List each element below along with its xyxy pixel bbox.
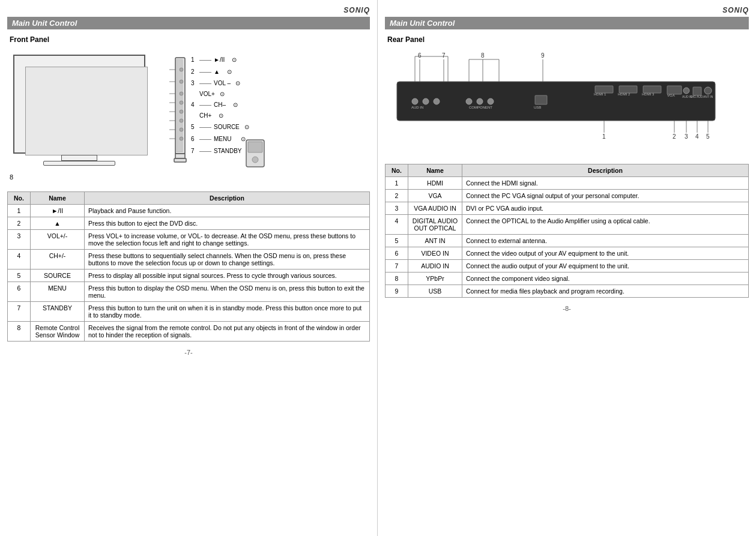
svg-point-8 <box>180 110 183 113</box>
table-row: 5ANT INConnect to external antenna. <box>386 235 749 247</box>
table-cell-name: CH+/- <box>31 250 85 270</box>
table-header-desc: Description <box>85 192 370 205</box>
table-cell-no: 6 <box>8 282 31 302</box>
table-cell-no: 4 <box>386 215 408 235</box>
table-cell-desc: Press this button to eject the DVD disc. <box>85 217 370 230</box>
brand-right: SONIQ <box>385 6 749 14</box>
svg-text:8: 8 <box>481 52 485 59</box>
front-panel-table: No. Name Description 1►/IIPlayback and P… <box>7 191 370 342</box>
svg-text:6: 6 <box>418 52 422 59</box>
svg-point-42 <box>466 98 472 104</box>
table-cell-name: DIGITAL AUDIO OUT OPTICAL <box>408 215 462 235</box>
table-row: 3VGA AUDIO INDVI or PC VGA audio input. <box>386 202 749 215</box>
svg-text:HDMI 2: HDMI 2 <box>618 92 631 96</box>
svg-point-9 <box>180 119 183 122</box>
table-row: 8YPbPrConnect the component video signal… <box>386 273 749 285</box>
left-page: SONIQ Main Unit Control Front Panel 8 <box>0 0 378 536</box>
table-row: 4CH+/-Press these buttons to sequentiall… <box>8 250 370 270</box>
table-cell-no: 4 <box>8 250 31 270</box>
svg-point-56 <box>683 88 689 94</box>
svg-point-40 <box>434 98 440 104</box>
table-cell-no: 2 <box>386 190 408 202</box>
rear-table-header-name: Name <box>408 164 462 177</box>
table-cell-name: Remote Control Sensor Window <box>31 322 85 342</box>
svg-rect-2 <box>175 154 185 158</box>
table-cell-no: 7 <box>8 302 31 322</box>
svg-point-22 <box>252 157 258 163</box>
table-cell-desc: Connect the HDMI signal. <box>462 177 749 190</box>
svg-point-7 <box>180 101 183 104</box>
table-cell-desc: DVI or PC VGA audio input. <box>462 202 749 215</box>
table-cell-name: ▲ <box>31 217 85 230</box>
tv-number-8: 8 <box>10 173 13 181</box>
svg-text:USB: USB <box>534 106 541 109</box>
table-cell-name: SOURCE <box>31 270 85 282</box>
tv-illustration: 8 <box>7 49 163 181</box>
table-cell-name: STANDBY <box>31 302 85 322</box>
table-cell-desc: Connect the audio output of your AV equi… <box>462 260 749 273</box>
brand-left: SONIQ <box>7 6 370 14</box>
svg-point-44 <box>488 98 494 104</box>
svg-rect-58 <box>693 87 701 95</box>
tv-screen <box>25 67 148 155</box>
label-row-4b: CH+ ⊙ <box>199 110 252 121</box>
table-row: 8Remote Control Sensor WindowReceives th… <box>8 322 370 342</box>
rear-panel-svg: 6 7 8 9 AUD IN <box>385 49 733 157</box>
tv-outline <box>13 55 145 154</box>
table-row: 1►/IIPlayback and Pause function. <box>8 205 370 217</box>
svg-point-39 <box>423 98 429 104</box>
section-title-left: Main Unit Control <box>7 17 370 29</box>
svg-text:1: 1 <box>602 133 606 140</box>
table-cell-no: 2 <box>8 217 31 230</box>
table-row: 4DIGITAL AUDIO OUT OPTICALConnect the OP… <box>386 215 749 235</box>
table-row: 6VIDEO INConnect the video output of you… <box>386 247 749 260</box>
svg-point-5 <box>180 80 183 83</box>
table-cell-name: YPbPr <box>408 273 462 285</box>
table-header-name: Name <box>31 192 85 205</box>
table-cell-desc: Connect for media files playback and pro… <box>462 285 749 298</box>
svg-rect-3 <box>174 158 186 162</box>
table-cell-name: VOL+/- <box>31 230 85 250</box>
svg-text:3: 3 <box>685 133 688 140</box>
svg-text:9: 9 <box>541 52 545 59</box>
table-cell-name: USB <box>408 285 462 298</box>
label-row-1: 1 —— ►/II ⊙ <box>191 53 252 65</box>
table-cell-desc: Press to display all possible input sign… <box>85 270 370 282</box>
table-cell-no: 3 <box>386 202 408 215</box>
svg-text:5: 5 <box>706 133 710 140</box>
tv-base <box>43 161 115 166</box>
table-cell-no: 7 <box>386 260 408 273</box>
svg-point-4 <box>180 68 183 71</box>
svg-text:HDMI 3: HDMI 3 <box>642 92 655 96</box>
svg-rect-21 <box>248 142 262 152</box>
table-cell-desc: Press this button to turn the unit on wh… <box>85 302 370 322</box>
label-row-4a: 4 —— CH– ⊙ <box>191 99 252 110</box>
label-row-3b: VOL+ ⊙ <box>199 88 252 99</box>
table-cell-desc: Connect the PC VGA signal output of your… <box>462 190 749 202</box>
table-row: 7STANDBYPress this button to turn the un… <box>8 302 370 322</box>
front-panel-label: Front Panel <box>10 35 370 44</box>
front-panel-diagram: 8 <box>7 49 370 182</box>
table-cell-name: VIDEO IN <box>408 247 462 260</box>
table-cell-desc: Connect the OPTICAL to the Audio Amplifi… <box>462 215 749 235</box>
rear-panel-diagram: 6 7 8 9 AUD IN <box>385 49 749 158</box>
table-cell-desc: Connect to external antenna. <box>462 235 749 247</box>
table-cell-name: VGA AUDIO IN <box>408 202 462 215</box>
table-cell-desc: Press VOL+ to increase volume, or VOL- t… <box>85 230 370 250</box>
table-cell-name: MENU <box>31 282 85 302</box>
side-panel-area: 1 —— ►/II ⊙ 2 —— ▲ ⊙ 3 —— VOL – ⊙ <box>169 49 370 182</box>
table-row: 7AUDIO INConnect the audio output of you… <box>386 260 749 273</box>
table-cell-desc: Receives the signal from the remote cont… <box>85 322 370 342</box>
table-cell-no: 5 <box>8 270 31 282</box>
svg-point-11 <box>180 137 183 140</box>
table-cell-no: 9 <box>386 285 408 298</box>
svg-text:ANT IN: ANT IN <box>703 95 713 98</box>
svg-point-10 <box>180 128 183 131</box>
button-labels: 1 —— ►/II ⊙ 2 —— ▲ ⊙ 3 —— VOL – ⊙ <box>191 49 252 157</box>
svg-text:DIG AUD: DIG AUD <box>691 95 703 98</box>
rear-table-header-no: No. <box>386 164 408 177</box>
table-cell-no: 5 <box>386 235 408 247</box>
svg-point-60 <box>704 87 712 94</box>
table-cell-desc: Playback and Pause function. <box>85 205 370 217</box>
section-title-right: Main Unit Control <box>385 17 749 29</box>
